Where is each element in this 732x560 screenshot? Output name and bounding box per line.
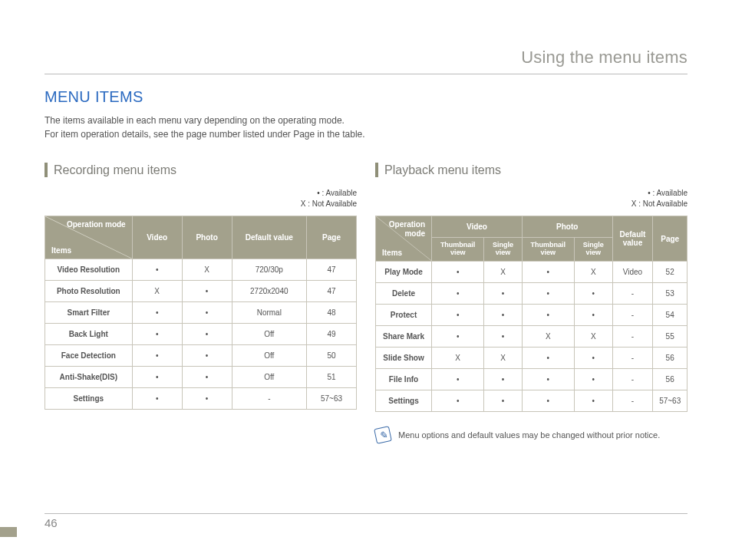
cell-video: • — [132, 259, 182, 281]
cell-vs: • — [484, 282, 523, 304]
table-row: Back Light••Off49 — [45, 324, 357, 345]
cell-item: Anti-Shake(DIS) — [45, 367, 133, 388]
table-row: Video Resolution•X720/30p47 — [45, 259, 357, 281]
cell-item: Share Mark — [376, 325, 432, 347]
col-video: Video — [132, 216, 182, 259]
cell-page: 47 — [307, 281, 357, 302]
cell-page: 48 — [307, 302, 357, 324]
cell-vt: • — [432, 261, 484, 282]
cell-vs: X — [484, 261, 523, 282]
cell-default: - — [612, 325, 653, 347]
table-row: Protect••••-54 — [376, 304, 687, 325]
footer-divider — [45, 513, 687, 514]
cell-pt: • — [522, 261, 574, 282]
table-row: Settings••••-57~63 — [376, 390, 687, 411]
cell-page: 49 — [307, 324, 357, 345]
cell-item: Settings — [376, 390, 432, 411]
cell-default: Off — [232, 345, 306, 367]
table-row: Anti-Shake(DIS)••Off51 — [45, 367, 357, 388]
col-photo: Photo — [182, 216, 232, 259]
recording-table: Operation mode Items Video Photo Default… — [45, 216, 357, 410]
cell-page: 55 — [653, 325, 687, 347]
cell-item: Smart Filter — [45, 302, 133, 324]
cell-page: 47 — [307, 259, 357, 281]
col-page: Page — [307, 216, 357, 259]
playback-title: Playback menu items — [375, 163, 687, 177]
cell-vs: • — [484, 325, 523, 347]
table-row: Photo ResolutionX•2720x204047 — [45, 281, 357, 302]
cell-photo: • — [182, 367, 232, 388]
cell-item: Back Light — [45, 324, 133, 345]
table-row: Face Detection••Off50 — [45, 345, 357, 367]
legend-not-available: X : Not Available — [631, 199, 687, 208]
cell-vt: • — [432, 390, 484, 411]
col-photo-thumb: Thumbnail view — [522, 238, 574, 262]
intro-line-2: For item operation details, see the page… — [45, 127, 687, 141]
cell-item: Face Detection — [45, 345, 133, 367]
cell-video: • — [132, 345, 182, 367]
col-page: Page — [653, 216, 687, 262]
col-video-thumb: Thumbnail view — [432, 238, 484, 262]
table-row: Slide ShowXX••-56 — [376, 347, 687, 368]
intro-line-1: The items available in each menu vary de… — [45, 114, 687, 127]
col-video-group: Video — [432, 216, 523, 238]
cell-page: 50 — [307, 345, 357, 367]
cell-default: 720/30p — [232, 259, 306, 281]
playback-diag-header: Operation mode Items — [376, 216, 432, 262]
cell-pt: • — [522, 282, 574, 304]
cell-vt: • — [432, 304, 484, 325]
header-divider — [45, 74, 687, 74]
cell-video: • — [132, 367, 182, 388]
cell-ps: • — [574, 282, 612, 304]
cell-pt: X — [522, 325, 574, 347]
footer-note: ✎ Menu options and default values may be… — [375, 427, 687, 443]
cell-video: • — [132, 324, 182, 345]
legend-available: • : Available — [648, 189, 687, 197]
col-video-single: Single view — [484, 238, 523, 262]
cell-ps: X — [574, 261, 612, 282]
cell-item: Protect — [376, 304, 432, 325]
col-photo-single: Single view — [574, 238, 612, 262]
cell-vs: • — [484, 304, 523, 325]
playback-column: Playback menu items • : Available X : No… — [375, 163, 687, 443]
cell-default: - — [232, 388, 306, 410]
cell-page: 56 — [653, 368, 687, 390]
diag-top: Operation mode — [376, 220, 425, 239]
cell-page: 53 — [653, 282, 687, 304]
cell-photo: X — [182, 259, 232, 281]
footer-tab — [0, 527, 17, 537]
cell-vt: • — [432, 368, 484, 390]
cell-pt: • — [522, 347, 574, 368]
page-number: 46 — [45, 516, 58, 529]
intro-text: The items available in each menu vary de… — [45, 114, 687, 141]
cell-item: Play Mode — [376, 261, 432, 282]
cell-photo: • — [182, 345, 232, 367]
note-text: Menu options and default values may be c… — [398, 430, 660, 440]
cell-ps: • — [574, 347, 612, 368]
playback-table: Operation mode Items Video Photo Default… — [375, 216, 687, 412]
cell-item: Photo Resolution — [45, 281, 133, 302]
cell-vs: • — [484, 368, 523, 390]
recording-title: Recording menu items — [45, 163, 357, 177]
cell-video: • — [132, 302, 182, 324]
cell-default: - — [612, 304, 653, 325]
cell-photo: • — [182, 281, 232, 302]
cell-ps: • — [574, 390, 612, 411]
recording-legend: • : Available X : Not Available — [45, 188, 357, 209]
col-photo-group: Photo — [522, 216, 612, 238]
cell-pt: • — [522, 368, 574, 390]
cell-page: 57~63 — [307, 388, 357, 410]
diag-top: Operation mode — [67, 220, 126, 229]
cell-vs: • — [484, 390, 523, 411]
cell-item: Video Resolution — [45, 259, 133, 281]
cell-ps: X — [574, 325, 612, 347]
cell-vt: • — [432, 282, 484, 304]
legend-available: • : Available — [317, 189, 357, 197]
cell-pt: • — [522, 304, 574, 325]
cell-default: - — [612, 368, 653, 390]
cell-default: - — [612, 347, 653, 368]
diag-bottom: Items — [51, 246, 71, 255]
cell-ps: • — [574, 304, 612, 325]
note-icon: ✎ — [374, 426, 392, 444]
legend-not-available: X : Not Available — [301, 199, 357, 208]
